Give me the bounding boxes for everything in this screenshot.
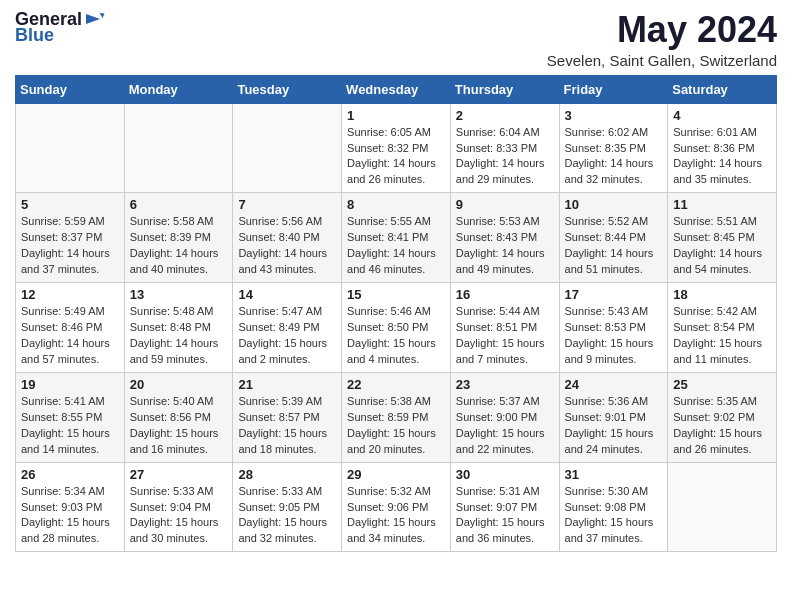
- title-block: May 2024 Sevelen, Saint Gallen, Switzerl…: [547, 10, 777, 69]
- day-cell: 4Sunrise: 6:01 AMSunset: 8:36 PMDaylight…: [668, 103, 777, 193]
- col-monday: Monday: [124, 75, 233, 103]
- col-friday: Friday: [559, 75, 668, 103]
- day-info: Sunrise: 5:52 AMSunset: 8:44 PMDaylight:…: [565, 214, 663, 278]
- day-info: Sunrise: 5:35 AMSunset: 9:02 PMDaylight:…: [673, 394, 771, 458]
- day-number: 13: [130, 287, 228, 302]
- day-cell: 20Sunrise: 5:40 AMSunset: 8:56 PMDayligh…: [124, 372, 233, 462]
- week-row-1: 1Sunrise: 6:05 AMSunset: 8:32 PMDaylight…: [16, 103, 777, 193]
- day-cell: 18Sunrise: 5:42 AMSunset: 8:54 PMDayligh…: [668, 283, 777, 373]
- day-cell: 14Sunrise: 5:47 AMSunset: 8:49 PMDayligh…: [233, 283, 342, 373]
- col-thursday: Thursday: [450, 75, 559, 103]
- day-cell: 16Sunrise: 5:44 AMSunset: 8:51 PMDayligh…: [450, 283, 559, 373]
- day-cell: 29Sunrise: 5:32 AMSunset: 9:06 PMDayligh…: [342, 462, 451, 552]
- day-number: 5: [21, 197, 119, 212]
- day-number: 8: [347, 197, 445, 212]
- day-cell: [16, 103, 125, 193]
- week-row-2: 5Sunrise: 5:59 AMSunset: 8:37 PMDaylight…: [16, 193, 777, 283]
- day-info: Sunrise: 5:43 AMSunset: 8:53 PMDaylight:…: [565, 304, 663, 368]
- day-number: 16: [456, 287, 554, 302]
- day-info: Sunrise: 5:40 AMSunset: 8:56 PMDaylight:…: [130, 394, 228, 458]
- day-number: 3: [565, 108, 663, 123]
- day-cell: 10Sunrise: 5:52 AMSunset: 8:44 PMDayligh…: [559, 193, 668, 283]
- main-title: May 2024: [547, 10, 777, 50]
- day-cell: 2Sunrise: 6:04 AMSunset: 8:33 PMDaylight…: [450, 103, 559, 193]
- day-info: Sunrise: 6:05 AMSunset: 8:32 PMDaylight:…: [347, 125, 445, 189]
- day-cell: 7Sunrise: 5:56 AMSunset: 8:40 PMDaylight…: [233, 193, 342, 283]
- day-info: Sunrise: 5:41 AMSunset: 8:55 PMDaylight:…: [21, 394, 119, 458]
- day-cell: 22Sunrise: 5:38 AMSunset: 8:59 PMDayligh…: [342, 372, 451, 462]
- day-info: Sunrise: 5:32 AMSunset: 9:06 PMDaylight:…: [347, 484, 445, 548]
- day-number: 29: [347, 467, 445, 482]
- day-number: 20: [130, 377, 228, 392]
- day-number: 26: [21, 467, 119, 482]
- col-wednesday: Wednesday: [342, 75, 451, 103]
- day-number: 7: [238, 197, 336, 212]
- day-cell: 23Sunrise: 5:37 AMSunset: 9:00 PMDayligh…: [450, 372, 559, 462]
- calendar-body: 1Sunrise: 6:05 AMSunset: 8:32 PMDaylight…: [16, 103, 777, 552]
- day-number: 19: [21, 377, 119, 392]
- day-info: Sunrise: 5:48 AMSunset: 8:48 PMDaylight:…: [130, 304, 228, 368]
- day-cell: [233, 103, 342, 193]
- day-number: 10: [565, 197, 663, 212]
- day-cell: 8Sunrise: 5:55 AMSunset: 8:41 PMDaylight…: [342, 193, 451, 283]
- day-number: 28: [238, 467, 336, 482]
- day-cell: 6Sunrise: 5:58 AMSunset: 8:39 PMDaylight…: [124, 193, 233, 283]
- day-number: 25: [673, 377, 771, 392]
- day-number: 27: [130, 467, 228, 482]
- logo: General Blue: [15, 10, 106, 46]
- day-info: Sunrise: 5:33 AMSunset: 9:05 PMDaylight:…: [238, 484, 336, 548]
- day-cell: 13Sunrise: 5:48 AMSunset: 8:48 PMDayligh…: [124, 283, 233, 373]
- day-info: Sunrise: 5:37 AMSunset: 9:00 PMDaylight:…: [456, 394, 554, 458]
- day-number: 18: [673, 287, 771, 302]
- day-info: Sunrise: 5:51 AMSunset: 8:45 PMDaylight:…: [673, 214, 771, 278]
- day-number: 1: [347, 108, 445, 123]
- col-tuesday: Tuesday: [233, 75, 342, 103]
- day-number: 22: [347, 377, 445, 392]
- day-info: Sunrise: 5:33 AMSunset: 9:04 PMDaylight:…: [130, 484, 228, 548]
- day-cell: 17Sunrise: 5:43 AMSunset: 8:53 PMDayligh…: [559, 283, 668, 373]
- day-number: 12: [21, 287, 119, 302]
- day-cell: 28Sunrise: 5:33 AMSunset: 9:05 PMDayligh…: [233, 462, 342, 552]
- day-cell: 12Sunrise: 5:49 AMSunset: 8:46 PMDayligh…: [16, 283, 125, 373]
- day-cell: 30Sunrise: 5:31 AMSunset: 9:07 PMDayligh…: [450, 462, 559, 552]
- day-cell: 26Sunrise: 5:34 AMSunset: 9:03 PMDayligh…: [16, 462, 125, 552]
- header-row: Sunday Monday Tuesday Wednesday Thursday…: [16, 75, 777, 103]
- svg-marker-1: [86, 14, 100, 24]
- day-info: Sunrise: 6:04 AMSunset: 8:33 PMDaylight:…: [456, 125, 554, 189]
- day-cell: [668, 462, 777, 552]
- day-number: 15: [347, 287, 445, 302]
- day-cell: [124, 103, 233, 193]
- day-info: Sunrise: 5:58 AMSunset: 8:39 PMDaylight:…: [130, 214, 228, 278]
- day-info: Sunrise: 5:36 AMSunset: 9:01 PMDaylight:…: [565, 394, 663, 458]
- day-number: 17: [565, 287, 663, 302]
- subtitle: Sevelen, Saint Gallen, Switzerland: [547, 52, 777, 69]
- day-info: Sunrise: 5:56 AMSunset: 8:40 PMDaylight:…: [238, 214, 336, 278]
- day-cell: 31Sunrise: 5:30 AMSunset: 9:08 PMDayligh…: [559, 462, 668, 552]
- day-cell: 15Sunrise: 5:46 AMSunset: 8:50 PMDayligh…: [342, 283, 451, 373]
- col-sunday: Sunday: [16, 75, 125, 103]
- day-number: 6: [130, 197, 228, 212]
- day-info: Sunrise: 5:55 AMSunset: 8:41 PMDaylight:…: [347, 214, 445, 278]
- col-saturday: Saturday: [668, 75, 777, 103]
- day-number: 23: [456, 377, 554, 392]
- day-info: Sunrise: 5:31 AMSunset: 9:07 PMDaylight:…: [456, 484, 554, 548]
- day-info: Sunrise: 5:34 AMSunset: 9:03 PMDaylight:…: [21, 484, 119, 548]
- day-info: Sunrise: 5:42 AMSunset: 8:54 PMDaylight:…: [673, 304, 771, 368]
- week-row-5: 26Sunrise: 5:34 AMSunset: 9:03 PMDayligh…: [16, 462, 777, 552]
- day-cell: 5Sunrise: 5:59 AMSunset: 8:37 PMDaylight…: [16, 193, 125, 283]
- day-cell: 11Sunrise: 5:51 AMSunset: 8:45 PMDayligh…: [668, 193, 777, 283]
- day-number: 30: [456, 467, 554, 482]
- day-info: Sunrise: 5:46 AMSunset: 8:50 PMDaylight:…: [347, 304, 445, 368]
- calendar-table: Sunday Monday Tuesday Wednesday Thursday…: [15, 75, 777, 553]
- day-cell: 1Sunrise: 6:05 AMSunset: 8:32 PMDaylight…: [342, 103, 451, 193]
- calendar-header: Sunday Monday Tuesday Wednesday Thursday…: [16, 75, 777, 103]
- day-cell: 25Sunrise: 5:35 AMSunset: 9:02 PMDayligh…: [668, 372, 777, 462]
- logo-icon: [84, 8, 106, 30]
- day-info: Sunrise: 5:47 AMSunset: 8:49 PMDaylight:…: [238, 304, 336, 368]
- day-number: 14: [238, 287, 336, 302]
- day-info: Sunrise: 5:44 AMSunset: 8:51 PMDaylight:…: [456, 304, 554, 368]
- day-number: 24: [565, 377, 663, 392]
- week-row-3: 12Sunrise: 5:49 AMSunset: 8:46 PMDayligh…: [16, 283, 777, 373]
- day-cell: 3Sunrise: 6:02 AMSunset: 8:35 PMDaylight…: [559, 103, 668, 193]
- day-cell: 9Sunrise: 5:53 AMSunset: 8:43 PMDaylight…: [450, 193, 559, 283]
